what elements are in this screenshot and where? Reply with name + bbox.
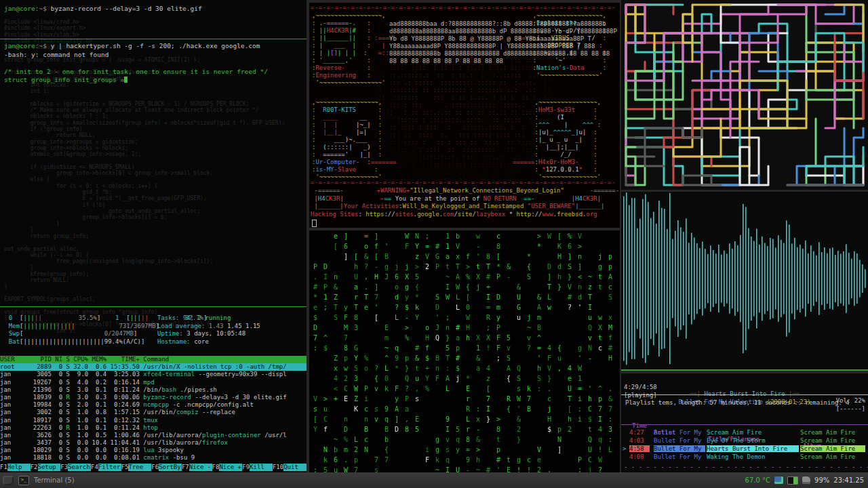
separator-line — [621, 394, 868, 395]
track-album: Scream Aim Fire — [800, 429, 865, 436]
text-cursor — [124, 77, 127, 83]
fkey-label[interactable]: Search — [68, 464, 91, 471]
track-album: Scream Aim Fire — [800, 445, 865, 452]
fkey-F3[interactable]: F3 — [60, 464, 68, 471]
playlist-scroll-indicator: - - - - - - - - - - - - - - - - - - - - … — [624, 464, 868, 470]
fkey-label[interactable]: Kill — [250, 464, 273, 471]
command-1: byzanz-record --delay=3 -d 30 elite.gif — [47, 5, 202, 12]
htop-column-headers[interactable]: USER PID NI S CPU% MEM% TIME+ Command — [0, 356, 307, 363]
clock: 23:41.25 — [833, 476, 864, 484]
track-album: Scream Aim Fire — [800, 453, 865, 460]
process-row[interactable]: jan 18939 0 R 3.0 0.3 0:00.06 byzanz-rec… — [0, 394, 307, 401]
ascii-box-hacker: ,~~~~~~~~~~~~~~~~~~,: .-======-. :: ||H4… — [312, 12, 393, 87]
battery-percent: 99% — [814, 476, 829, 484]
track-time: 4:27 — [629, 429, 650, 436]
terminal-window-pipes[interactable] — [621, 0, 868, 190]
player-state: [playing] — [624, 392, 657, 399]
track-artist: Bullet For My — [654, 437, 705, 444]
track-artist: Bullet For My — [654, 445, 705, 452]
progress-bar[interactable]: [------] — [836, 405, 865, 412]
fkey-label[interactable]: Nice - — [189, 464, 212, 471]
ascii-border-bottom: =-=-=-=-=-=-=-=-=-=-=-=-=-=-=-=-=-=-=-=-… — [311, 179, 616, 186]
track-title: Hearts Burst Into Fire — [707, 445, 799, 452]
process-row[interactable]: jan 3002 0 S 1.0 0.8 1:57.15 /usr/bin/co… — [0, 409, 307, 416]
matrix-rain — [309, 230, 620, 472]
launcher-icon[interactable] — [3, 476, 14, 485]
separator-line — [0, 39, 307, 39]
fkey-F2[interactable]: F2 — [31, 464, 38, 471]
terminal-window-ascii-art[interactable]: =-=-=-=-=-=-=-=-=-=-=-=-=-=-=-=-=-=-=-=-… — [309, 3, 620, 228]
process-row[interactable]: jan 19267 0 S 4.0 0.2 0:16.14 mpd — [0, 379, 307, 386]
fkey-label[interactable]: Nice + — [219, 464, 242, 471]
process-row[interactable]: root 2889 0 S 32.0 0.6 15:35.50 /usr/bin… — [0, 363, 307, 371]
playlist-summary: Playlist tems, length: 57 minutes, 11 se… — [625, 399, 868, 406]
fkey-F5[interactable]: F5 — [121, 464, 129, 471]
ascii-skull-art: aad8888888baa d:?88888888888?::8b d8888:… — [389, 20, 620, 65]
command-2: y | hackertyper.sh -g -f -s 200; ./hack.… — [47, 42, 260, 49]
htop-process-table[interactable]: USER PID NI S CPU% MEM% TIME+ Commandroo… — [0, 356, 307, 462]
process-row[interactable]: jan 18029 0 S 0.0 0.0 0:16.19 lua 3spook… — [0, 447, 307, 454]
fkey-F7[interactable]: F7 — [182, 464, 189, 471]
track-title: Eye Of The Storm — [707, 437, 799, 444]
separator-line — [0, 306, 307, 307]
process-row[interactable]: jan 3005 0 S 9.0 0.4 3:25.03 xfce4-termi… — [0, 371, 307, 378]
fkey-label[interactable]: SortBy — [159, 464, 182, 471]
fkey-label[interactable]: Setup — [38, 464, 61, 471]
process-row[interactable]: jan 18917 0 S 1.0 0.1 0:12.32 tmux — [0, 417, 307, 424]
track-artist: Bullet For My — [654, 453, 705, 460]
fkey-F9[interactable]: F9 — [242, 464, 250, 471]
fkey-label[interactable]: Tree — [128, 464, 151, 471]
process-row[interactable]: jan 19984 0 S 2.0 0.1 0:24.69 ncmpcpp -c… — [0, 401, 307, 409]
power-plug-icon[interactable] — [802, 476, 810, 484]
fkey-F8[interactable]: F8 — [212, 464, 220, 471]
fkey-label[interactable]: Filter — [98, 464, 121, 471]
network-icon[interactable] — [774, 476, 783, 484]
terminal-window-left[interactable]: #include <linux/cred.h> #include <linux/… — [0, 0, 307, 472]
track-time: 4:03 — [629, 437, 650, 444]
pipes-screensaver — [621, 0, 868, 190]
track-album: Scream Aim Fire — [800, 437, 865, 444]
audio-spectrum — [621, 192, 868, 368]
shell-history-top: jan@core:~$ byzanz-record --delay=3 -d 3… — [4, 4, 202, 13]
fkey-label[interactable]: Help — [7, 464, 31, 471]
taskbar-window-button[interactable]: Terminal (5) — [34, 476, 75, 484]
fkey-F4[interactable]: F4 — [91, 464, 98, 471]
shell-history-block2: jan@core:~$ y | hackertyper.sh -g -f -s … — [4, 42, 268, 85]
process-row[interactable]: jan 22263 0 R 1.0 0.1 0:11.24 htop — [0, 424, 307, 432]
fkey-label[interactable]: Quit — [283, 464, 307, 471]
prompt: jan@core — [4, 5, 35, 12]
track-title: Waking The Demon — [707, 453, 799, 460]
battery-icon[interactable] — [787, 476, 798, 485]
hackertyper-line-1: /* init to 2 - one for init_task, one to… — [4, 68, 268, 77]
process-row[interactable]: jan 21396 0 S 3.0 0.1 0:11.24 /bin/bash … — [0, 386, 307, 394]
terminal-icon: >_ — [18, 476, 29, 485]
track-artist: Bullet For My — [654, 429, 705, 436]
hackertyper-line-2: struct group_info init_groups = — [4, 76, 124, 83]
ascii-border-top: =-=-=-=-=-=-=-=-=-=-=-=-=-=-=-=-=-=-=-=-… — [311, 4, 616, 12]
terminal-window-visualizer[interactable] — [621, 192, 868, 371]
fkey-F1[interactable]: F1 — [0, 464, 7, 471]
text-cursor — [312, 220, 317, 227]
track-title: Scream Aim Fire — [707, 429, 799, 436]
taskbar[interactable]: >_ Terminal (5) 67.0 °C 99% 23:41.25 — [0, 472, 868, 488]
ascii-warning-banner: -======- +WARNING+"Illegal_Network_Conne… — [311, 187, 620, 218]
terminal-window-ncmpcpp[interactable]: 4:29/4:58 ──| Hearts Burst Into Fire |──… — [621, 373, 868, 472]
process-row[interactable]: jan 3437 0 S 0.0 10.4 11:04.41 /usr/lib/… — [0, 439, 307, 447]
htop-system-info: Tasks: 94; 2 runningLoad average: 1.43 1… — [157, 314, 260, 346]
ascii-box-home: ,~~~~~~~~~~~~~~~~, :HoM3-$w33t : : (I : … — [513, 99, 601, 181]
current-track-marker: > — [623, 445, 626, 452]
fkey-F10[interactable]: F10 — [273, 464, 283, 471]
process-row[interactable]: jan 18818 0 S 0.0 0.0 0:08.01 cmatrix -b… — [0, 454, 307, 462]
separator-line — [621, 424, 868, 425]
htop-function-key-bar[interactable]: F1HelpF2SetupF3SearchF4FilterF5TreeF6Sor… — [0, 464, 307, 471]
track-time: 4:58 — [629, 445, 650, 452]
ascii-box-rootkits: ,~~~~~~~~~~~~~~~~~,: R00T-KITS :: ____ _… — [312, 99, 397, 181]
track-time: 4:08 — [629, 453, 650, 460]
shell-error: -bash: y: command not found — [4, 51, 268, 60]
cpu-temperature: 67.0 °C — [745, 476, 770, 484]
fkey-F6[interactable]: F6 — [151, 464, 159, 471]
process-row[interactable]: jan 3626 0 S 1.0 0.5 1:00.46 /usr/lib/au… — [0, 432, 307, 439]
terminal-window-cmatrix[interactable] — [309, 230, 620, 472]
